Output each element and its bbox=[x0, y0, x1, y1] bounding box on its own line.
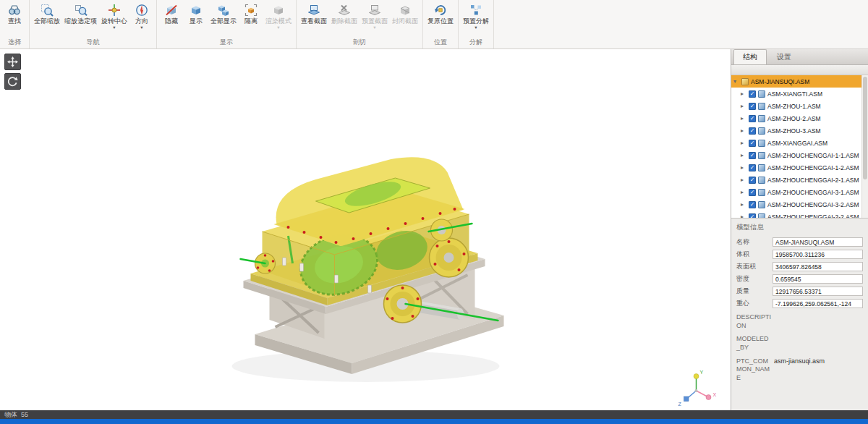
find-button[interactable]: 查找 bbox=[2, 1, 27, 25]
pan-tool-button[interactable] bbox=[4, 54, 21, 70]
ribbon-group-label-select: 选择 bbox=[2, 35, 27, 48]
tree-item[interactable]: ▸ ✓ ASM-ZHOUCHENGGAI-3-1.ASM bbox=[731, 186, 868, 198]
visibility-checkbox[interactable]: ✓ bbox=[749, 189, 756, 196]
tree-item[interactable]: ▸ ✓ ASM-ZHOU-1.ASM bbox=[731, 100, 868, 112]
visibility-checkbox[interactable]: ✓ bbox=[749, 213, 756, 219]
preset-explode-icon bbox=[469, 3, 482, 17]
show-all-button[interactable]: 全部显示 bbox=[208, 1, 239, 25]
hide-button-label: 隐藏 bbox=[165, 17, 178, 25]
structure-tree: ▾ ASM-JIANSUQI.ASM ▸ ✓ ASM-XIANGTI.ASM ▸… bbox=[731, 75, 868, 219]
bearing-flange-upper[interactable] bbox=[430, 238, 469, 277]
expander-closed-icon[interactable]: ▸ bbox=[741, 103, 746, 109]
rotation-center-button[interactable]: 旋转中心 ▾ bbox=[99, 1, 129, 30]
ribbon-group-label-navigation: 导航 bbox=[32, 35, 154, 48]
attribute-row: PTC_COMMON_NAME asm-jiansuqi.asm bbox=[736, 357, 863, 383]
hide-button[interactable]: 隐藏 bbox=[159, 1, 184, 25]
find-icon bbox=[8, 3, 21, 17]
tree-item[interactable]: ▸ ✓ ASM-XIANGTI.ASM bbox=[731, 88, 868, 100]
tab-settings[interactable]: 设置 bbox=[768, 50, 800, 64]
tree-item[interactable]: ▸ ✓ ASM-ZHOUCHENGGAI-3-2.ASM bbox=[731, 198, 868, 211]
tree-scrollbar-thumb[interactable] bbox=[863, 77, 867, 179]
tree-item[interactable]: ▸ ✓ ASM-ZHOUCHENGGAI-1-2.ASM bbox=[731, 161, 868, 174]
ribbon-group-display: 隐藏 显示 全部显示 隔离 渲染模式 ▾ bbox=[157, 0, 297, 48]
tree-item-label: ASM-ZHOU-1.ASM bbox=[767, 103, 821, 110]
visibility-checkbox[interactable]: ✓ bbox=[749, 127, 756, 135]
center-of-gravity-field[interactable]: -7.199626,259.062561,-124 bbox=[773, 299, 863, 308]
tree-scrollbar[interactable] bbox=[861, 75, 868, 218]
isolate-icon bbox=[244, 3, 258, 17]
ribbon-group-explode: 预置分解 ▾ 分解 bbox=[459, 0, 494, 48]
density-field-label: 密度 bbox=[736, 274, 770, 284]
tree-item-label: ASM-ZHOUCHENGGAI-1-2.ASM bbox=[767, 164, 859, 171]
volume-field[interactable]: 19585700.311236 bbox=[773, 250, 863, 259]
tree-item-label: ASM-ZHOUCHENGGAI-3-2.ASM bbox=[767, 201, 859, 208]
model-info-title: 模型信息 bbox=[736, 223, 863, 232]
expander-open-icon[interactable]: ▾ bbox=[733, 78, 739, 85]
tree-item[interactable]: ▸ ✓ ASM-ZHOUCHENGGAI-2-2.ASM bbox=[731, 211, 868, 219]
tree-item[interactable]: ▸ ✓ ASM-ZHOU-3.ASM bbox=[731, 124, 868, 137]
visibility-checkbox[interactable]: ✓ bbox=[749, 140, 756, 147]
restore-position-button[interactable]: 复原位置 bbox=[425, 1, 456, 25]
expander-closed-icon[interactable]: ▸ bbox=[741, 201, 746, 208]
name-field[interactable]: ASM-JIANSUQI.ASM bbox=[773, 237, 863, 247]
pan-icon bbox=[7, 56, 18, 67]
delete-section-button[interactable]: 删除截面 bbox=[329, 1, 359, 25]
zoom-all-icon bbox=[41, 3, 54, 17]
visibility-checkbox[interactable]: ✓ bbox=[749, 177, 756, 184]
expander-closed-icon[interactable]: ▸ bbox=[741, 127, 746, 134]
rotation-center-button-label: 旋转中心 bbox=[101, 17, 127, 25]
bottom-accent-strip bbox=[0, 419, 868, 424]
visibility-checkbox[interactable]: ✓ bbox=[749, 201, 756, 208]
orientation-button-label: 方向 bbox=[135, 17, 148, 25]
zoom-all-button[interactable]: 全部缩放 bbox=[32, 1, 62, 25]
capped-section-button[interactable]: 封闭截面 bbox=[390, 1, 420, 25]
assembly-icon bbox=[758, 201, 765, 208]
tab-structure[interactable]: 结构 bbox=[733, 49, 767, 64]
view-section-button-label: 查看截面 bbox=[301, 17, 327, 25]
ribbon-toolbar: 查找 选择 全部缩放 缩放选定项 旋转中心 ▾ bbox=[0, 0, 868, 49]
view-section-button[interactable]: 查看截面 bbox=[299, 1, 329, 25]
expander-closed-icon[interactable]: ▸ bbox=[741, 189, 746, 195]
gearbox-3d-model[interactable]: Y X Z bbox=[0, 49, 731, 410]
visibility-checkbox[interactable]: ✓ bbox=[749, 103, 756, 110]
tree-item[interactable]: ▸ ✓ ASM-ZHOU-2.ASM bbox=[731, 112, 868, 124]
tree-item[interactable]: ▸ ✓ ASM-XIANGGAI.ASM bbox=[731, 137, 868, 149]
expander-closed-icon[interactable]: ▸ bbox=[741, 140, 746, 146]
surface-area-field[interactable]: 3406597.826458 bbox=[773, 262, 863, 271]
preset-explode-button[interactable]: 预置分解 ▾ bbox=[461, 1, 491, 30]
expander-closed-icon[interactable]: ▸ bbox=[741, 115, 746, 122]
tree-item[interactable]: ▸ ✓ ASM-ZHOUCHENGGAI-1-1.ASM bbox=[731, 149, 868, 161]
volume-field-label: 体积 bbox=[736, 250, 770, 259]
expander-closed-icon[interactable]: ▸ bbox=[741, 164, 746, 171]
expander-closed-icon[interactable]: ▸ bbox=[741, 152, 746, 158]
preset-section-button[interactable]: 预置截面 ▾ bbox=[359, 1, 390, 30]
mass-field[interactable]: 12917656.53371 bbox=[773, 287, 863, 296]
expander-closed-icon[interactable]: ▸ bbox=[741, 177, 746, 183]
rotate-tool-button[interactable] bbox=[4, 73, 21, 90]
render-mode-button[interactable]: 渲染模式 ▾ bbox=[263, 1, 294, 30]
find-button-label: 查找 bbox=[8, 17, 21, 25]
dropdown-caret-icon: ▾ bbox=[373, 25, 375, 30]
visibility-checkbox[interactable]: ✓ bbox=[749, 164, 756, 171]
3d-viewport[interactable]: Y X Z bbox=[0, 49, 731, 410]
show-button[interactable]: 显示 bbox=[184, 1, 208, 25]
isolate-button[interactable]: 隔离 bbox=[239, 1, 263, 25]
objects-count: 55 bbox=[21, 411, 28, 418]
hide-icon bbox=[165, 3, 178, 17]
preset-explode-button-label: 预置分解 bbox=[463, 17, 489, 25]
expander-closed-icon[interactable]: ▸ bbox=[741, 213, 746, 219]
visibility-checkbox[interactable]: ✓ bbox=[749, 152, 756, 159]
density-field[interactable]: 0.659545 bbox=[773, 274, 863, 284]
expander-closed-icon[interactable]: ▸ bbox=[741, 90, 746, 97]
tree-item-label: ASM-ZHOUCHENGGAI-2-2.ASM bbox=[767, 213, 859, 219]
orientation-button[interactable]: 方向 ▾ bbox=[129, 1, 154, 30]
center-of-gravity-field-label: 重心 bbox=[736, 299, 770, 308]
tree-root-label: ASM-JIANSUQI.ASM bbox=[751, 78, 809, 85]
tree-item[interactable]: ▸ ✓ ASM-ZHOUCHENGGAI-2-1.ASM bbox=[731, 174, 868, 186]
visibility-checkbox[interactable]: ✓ bbox=[749, 115, 756, 122]
zoom-selected-button[interactable]: 缩放选定项 bbox=[62, 1, 99, 25]
visibility-checkbox[interactable]: ✓ bbox=[749, 90, 756, 98]
capped-section-button-label: 封闭截面 bbox=[392, 17, 418, 25]
ribbon-group-label-display: 显示 bbox=[159, 35, 294, 48]
tree-root-item[interactable]: ▾ ASM-JIANSUQI.ASM bbox=[731, 75, 868, 88]
